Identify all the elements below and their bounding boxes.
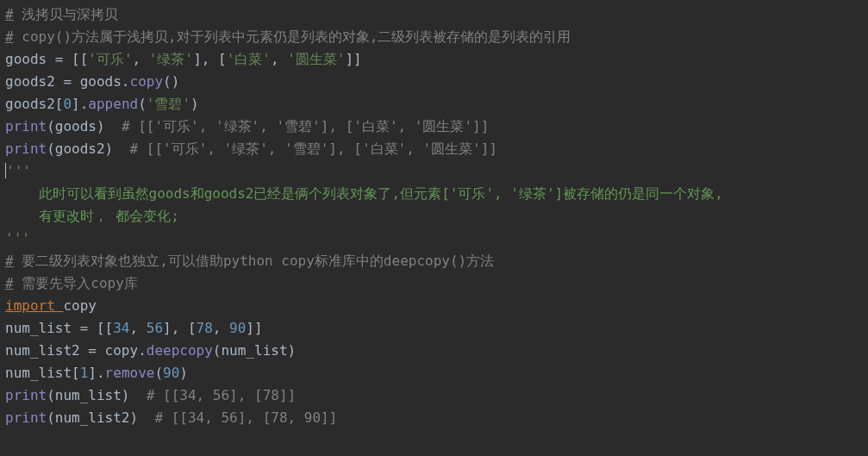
code-line[interactable]: print(goods) # [['可乐', '绿茶', '雪碧'], ['白菜… xyxy=(5,118,489,134)
func-token: print xyxy=(5,387,47,403)
number-token: 90 xyxy=(163,365,179,381)
code-line[interactable]: goods2 = goods.copy() xyxy=(5,73,179,90)
comment-text: # [[34, 56], [78, 90]] xyxy=(154,409,337,426)
number-token: 90 xyxy=(229,320,246,336)
docstring-text: 此时可以看到虽然goods和goods2已经是俩个列表对象了,但元素['可乐',… xyxy=(5,185,723,202)
code-line[interactable]: 此时可以看到虽然goods和goods2已经是俩个列表对象了,但元素['可乐',… xyxy=(5,185,723,202)
code-token: , xyxy=(213,320,229,336)
code-token: (num_list) xyxy=(213,342,296,359)
code-token: (num_list) xyxy=(47,387,147,403)
func-token: print xyxy=(5,409,47,426)
func-token: copy xyxy=(130,73,164,90)
comment-hash: # xyxy=(5,28,14,45)
number-token: 78 xyxy=(197,320,213,336)
number-token: 34 xyxy=(113,320,129,336)
code-token: ]] xyxy=(246,320,262,336)
code-line[interactable]: # 浅拷贝与深拷贝 xyxy=(5,6,118,22)
comment-hash: # xyxy=(5,275,14,291)
code-token: () xyxy=(163,73,179,90)
comment-text: # [[34, 56], [78]] xyxy=(147,387,296,403)
func-token: deepcopy xyxy=(147,342,213,359)
code-token: goods2[ xyxy=(5,96,63,112)
code-token: num_list2 = copy. xyxy=(5,342,147,359)
code-line[interactable]: # copy()方法属于浅拷贝,对于列表中元素仍是列表的对象,二级列表被存储的是… xyxy=(5,28,571,45)
code-token: ) xyxy=(179,365,188,381)
code-line[interactable]: num_list2 = copy.deepcopy(num_list) xyxy=(5,342,296,359)
string-token: '圆生菜' xyxy=(287,51,345,67)
code-line[interactable]: print(num_list2) # [[34, 56], [78, 90]] xyxy=(5,409,337,426)
code-token: , xyxy=(133,51,149,67)
number-token: 0 xyxy=(63,96,72,112)
code-token: ( xyxy=(154,365,163,381)
comment-hash: # xyxy=(5,6,14,22)
code-token: ]. xyxy=(88,365,104,381)
func-token: append xyxy=(88,96,138,112)
code-line[interactable]: num_list[1].remove(90) xyxy=(5,365,188,381)
number-token: 1 xyxy=(80,365,89,381)
comment-text: 要二级列表对象也独立,可以借助python copy标准库中的deepcopy(… xyxy=(14,253,495,269)
comment-text: 浅拷贝与深拷贝 xyxy=(14,6,119,22)
docstring-text: 有更改时， 都会变化; xyxy=(5,208,179,224)
code-token: ]. xyxy=(72,96,88,112)
string-token: '雪碧' xyxy=(147,96,190,112)
code-token: goods2 = goods. xyxy=(5,73,130,90)
code-line[interactable]: goods = [['可乐', '绿茶'], ['白菜', '圆生菜']] xyxy=(5,51,362,67)
string-token: '可乐' xyxy=(88,51,132,67)
code-line[interactable]: 有更改时， 都会变化; xyxy=(5,208,179,224)
code-token: (goods) xyxy=(47,118,122,134)
func-token: print xyxy=(5,141,47,157)
code-line[interactable]: goods2[0].append('雪碧') xyxy=(5,96,199,112)
comment-text: # [['可乐', '绿茶', '雪碧'], ['白菜', '圆生菜']] xyxy=(122,118,489,134)
func-token: remove xyxy=(105,365,155,381)
string-token: '绿茶' xyxy=(149,51,193,67)
code-line[interactable]: # 需要先导入copy库 xyxy=(5,275,138,291)
code-token: (num_list2) xyxy=(47,409,154,426)
code-token: ) xyxy=(190,96,199,112)
code-token: ], [ xyxy=(163,320,197,336)
code-line[interactable]: ''' xyxy=(5,163,31,179)
comment-text: copy()方法属于浅拷贝,对于列表中元素仍是列表的对象,二级列表被存储的是列表… xyxy=(14,28,571,45)
code-token: goods = [[ xyxy=(5,51,88,67)
comment-text: 需要先导入copy库 xyxy=(14,275,138,291)
comment-hash: # xyxy=(5,253,14,269)
number-token: 56 xyxy=(147,320,163,336)
code-token: , xyxy=(130,320,147,336)
module-token: copy xyxy=(63,297,97,314)
comment-text: # [['可乐', '绿茶', '雪碧'], ['白菜', '圆生菜']] xyxy=(130,141,497,157)
func-token: print xyxy=(5,118,47,134)
code-token: ]] xyxy=(345,51,361,67)
code-line[interactable]: num_list = [[34, 56], [78, 90]] xyxy=(5,320,263,336)
code-token: num_list = [[ xyxy=(5,320,113,336)
string-quote: ''' xyxy=(5,230,30,247)
code-line[interactable]: # 要二级列表对象也独立,可以借助python copy标准库中的deepcop… xyxy=(5,253,494,269)
string-quote: ''' xyxy=(6,163,31,179)
code-token: num_list[ xyxy=(5,365,80,381)
keyword-token: import xyxy=(5,297,63,314)
code-line[interactable]: import copy xyxy=(5,297,97,314)
code-line[interactable]: print(num_list) # [[34, 56], [78]] xyxy=(5,387,296,403)
code-line[interactable]: print(goods2) # [['可乐', '绿茶', '雪碧'], ['白… xyxy=(5,141,497,157)
code-editor[interactable]: # 浅拷贝与深拷贝 # copy()方法属于浅拷贝,对于列表中元素仍是列表的对象… xyxy=(0,0,868,434)
code-token: ( xyxy=(138,96,147,112)
code-token: , xyxy=(271,51,287,67)
code-token: (goods2) xyxy=(47,141,129,157)
string-token: '白菜' xyxy=(227,51,271,67)
code-line[interactable]: ''' xyxy=(5,230,30,247)
code-token: ], [ xyxy=(193,51,227,67)
